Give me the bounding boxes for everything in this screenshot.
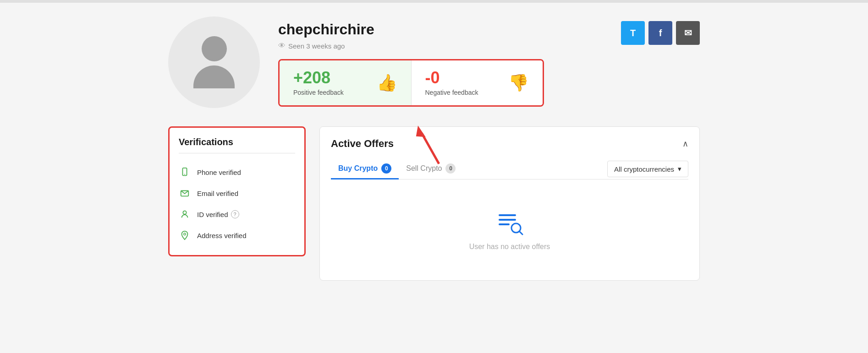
phone-verified-label: Phone verified xyxy=(197,168,241,176)
offers-tabs: Buy Crypto 0 Sell Crypto 0 All cryptocur… xyxy=(331,159,688,179)
email-verified-icon xyxy=(179,187,191,199)
email-verified-label: Email verified xyxy=(197,190,238,197)
negative-label: Negative feedback xyxy=(425,89,478,96)
twitter-button[interactable]: T xyxy=(621,21,645,45)
address-verified-label: Address verified xyxy=(197,232,247,239)
verification-address: Address verified xyxy=(179,225,295,246)
feedback-negative: -0 Negative feedback 👎 xyxy=(412,60,543,105)
avatar xyxy=(168,16,260,108)
email-icon: ✉ xyxy=(684,27,692,38)
buy-crypto-badge: 0 xyxy=(381,163,391,174)
social-buttons: T f ✉ xyxy=(621,21,700,45)
positive-label: Positive feedback xyxy=(293,89,344,96)
empty-search-icon xyxy=(495,207,524,236)
svg-point-5 xyxy=(183,211,186,214)
id-verified-icon xyxy=(179,208,191,220)
seen-status-text: Seen 3 weeks ago xyxy=(288,42,345,50)
crypto-filter-label: All cryptocurrencies xyxy=(614,165,674,173)
facebook-icon: f xyxy=(659,28,662,38)
svg-marker-1 xyxy=(416,125,426,137)
verification-id: ID verified ? xyxy=(179,204,295,225)
empty-offers: User has no active offers xyxy=(331,189,688,269)
verification-email: Email verified xyxy=(179,183,295,204)
facebook-button[interactable]: f xyxy=(648,21,672,45)
svg-point-3 xyxy=(184,174,185,175)
panel-header: Active Offers ∧ xyxy=(331,138,688,150)
main-container: chepchirchire 👁 Seen 3 weeks ago +208 Po… xyxy=(159,3,709,294)
verifications-panel: Verifications Phone verified xyxy=(168,126,306,256)
panel-title: Active Offers xyxy=(331,138,394,150)
phone-verified-icon xyxy=(179,166,191,178)
address-verified-icon xyxy=(179,229,191,241)
svg-line-11 xyxy=(519,231,522,234)
svg-point-6 xyxy=(184,233,186,235)
collapse-icon[interactable]: ∧ xyxy=(682,139,688,149)
thumbs-up-icon: 👍 xyxy=(377,73,397,92)
positive-number: +208 xyxy=(293,70,344,86)
id-verified-label: ID verified xyxy=(197,211,228,218)
verification-phone: Phone verified xyxy=(179,162,295,183)
avatar-body xyxy=(193,65,235,88)
profile-section: chepchirchire 👁 Seen 3 weeks ago +208 Po… xyxy=(168,16,700,108)
verifications-title: Verifications xyxy=(179,137,295,153)
eye-icon: 👁 xyxy=(278,42,286,50)
id-help-icon[interactable]: ? xyxy=(231,210,239,218)
feedback-box: +208 Positive feedback 👍 -0 Negative fee… xyxy=(278,59,544,107)
svg-line-0 xyxy=(422,133,439,164)
buy-crypto-label: Buy Crypto xyxy=(338,164,378,173)
tab-buy-crypto[interactable]: Buy Crypto 0 xyxy=(331,159,399,179)
chevron-down-icon: ▾ xyxy=(678,165,681,173)
negative-number: -0 xyxy=(425,70,478,86)
empty-offers-text: User has no active offers xyxy=(469,243,550,251)
email-button[interactable]: ✉ xyxy=(676,21,700,45)
twitter-icon: T xyxy=(630,28,636,38)
avatar-head xyxy=(202,36,227,61)
crypto-filter-dropdown[interactable]: All cryptocurrencies ▾ xyxy=(607,161,688,177)
thumbs-down-icon: 👎 xyxy=(508,73,529,92)
feedback-positive: +208 Positive feedback 👍 xyxy=(280,60,412,105)
active-offers-panel: Active Offers ∧ Buy Crypto 0 Sell Crypto… xyxy=(319,126,700,281)
arrow-annotation xyxy=(411,122,448,168)
